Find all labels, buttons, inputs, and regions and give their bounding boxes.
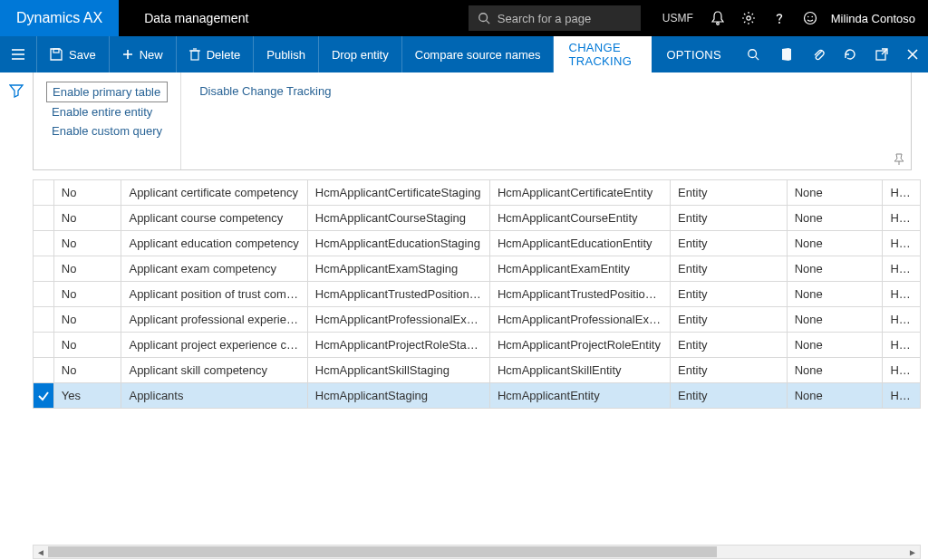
popout-icon[interactable] — [866, 36, 897, 72]
enable-primary-table[interactable]: Enable primary table — [46, 82, 168, 102]
tab-change-tracking[interactable]: CHANGE TRACKING — [554, 36, 652, 72]
cell[interactable]: Entity — [671, 256, 788, 282]
cell[interactable]: HcmApplicantTrustedPositionEn... — [489, 282, 670, 307]
cell[interactable]: Applicant position of trust comp... — [121, 282, 307, 307]
table-row[interactable]: NoApplicant skill competencyHcmApplicant… — [34, 358, 921, 383]
table-row[interactable]: NoApplicant professional experien...HcmA… — [34, 307, 921, 333]
close-icon[interactable] — [897, 36, 928, 72]
horizontal-scrollbar[interactable]: ◄ ► — [33, 545, 921, 559]
cell[interactable]: Hcm — [883, 282, 921, 307]
cell[interactable]: Applicant education competency — [121, 231, 307, 256]
row-selector[interactable] — [34, 256, 54, 282]
cell[interactable]: HcmApplicantProjectRoleStaging — [307, 333, 489, 358]
table-row[interactable]: NoApplicant exam competencyHcmApplicantE… — [34, 256, 921, 282]
cell[interactable]: Hcm — [883, 333, 921, 358]
gear-icon[interactable] — [733, 0, 764, 36]
cell[interactable]: Entity — [671, 231, 788, 256]
row-selector[interactable] — [34, 206, 54, 231]
cell[interactable]: Applicant skill competency — [121, 358, 307, 383]
table-row[interactable]: NoApplicant certificate competencyHcmApp… — [34, 180, 921, 206]
user-name[interactable]: Milinda Contoso — [826, 12, 928, 25]
pin-icon[interactable] — [893, 153, 905, 166]
compare-button[interactable]: Compare source names — [402, 36, 555, 72]
office-icon[interactable] — [770, 36, 803, 72]
cell[interactable]: HcmApplicantCertificateStaging — [307, 180, 489, 206]
cell[interactable]: No — [53, 307, 121, 333]
cell[interactable]: Applicant project experience co... — [121, 333, 307, 358]
cell[interactable]: Hcm — [883, 231, 921, 256]
smiley-icon[interactable] — [795, 0, 826, 36]
cell[interactable]: None — [787, 206, 883, 231]
cell[interactable]: No — [53, 231, 121, 256]
table-row[interactable]: NoApplicant project experience co...HcmA… — [34, 333, 921, 358]
enable-custom-query[interactable]: Enable custom query — [46, 121, 168, 140]
row-selector[interactable] — [34, 333, 54, 358]
enable-entire-entity[interactable]: Enable entire entity — [46, 102, 168, 121]
cell[interactable]: Entity — [671, 282, 788, 307]
cell[interactable]: Entity — [671, 180, 788, 206]
row-selector[interactable] — [34, 180, 54, 206]
cell[interactable]: None — [787, 256, 883, 282]
cell[interactable]: Hcm — [883, 206, 921, 231]
cell[interactable]: Applicant exam competency — [121, 256, 307, 282]
cell[interactable]: HcmApplicantCertificateEntity — [489, 180, 670, 206]
cell[interactable]: None — [787, 282, 883, 307]
cell[interactable]: Hcm — [883, 358, 921, 383]
scroll-left-icon[interactable]: ◄ — [34, 546, 48, 558]
cell[interactable]: Entity — [671, 358, 788, 383]
cell[interactable]: Yes — [53, 383, 121, 409]
table-row[interactable]: NoApplicant position of trust comp...Hcm… — [34, 282, 921, 307]
cell[interactable]: None — [787, 180, 883, 206]
cell[interactable]: Hcm — [883, 256, 921, 282]
table-row[interactable]: NoApplicant education competencyHcmAppli… — [34, 231, 921, 256]
cell[interactable]: HcmApplicantProfessionalExperi... — [307, 307, 489, 333]
new-button[interactable]: New — [110, 36, 177, 72]
cell[interactable]: Entity — [671, 333, 788, 358]
hamburger-icon[interactable] — [0, 36, 37, 72]
row-selector[interactable] — [34, 231, 54, 256]
cell[interactable]: HcmApplicantEducationEntity — [489, 231, 670, 256]
row-selector[interactable] — [34, 307, 54, 333]
drop-entity-button[interactable]: Drop entity — [319, 36, 402, 72]
cell[interactable]: None — [787, 231, 883, 256]
disable-change-tracking[interactable]: Disable Change Tracking — [194, 82, 336, 101]
filter-icon[interactable] — [9, 83, 24, 98]
cell[interactable]: No — [53, 180, 121, 206]
cell[interactable]: HcmApplicantEducationStaging — [307, 231, 489, 256]
notifications-icon[interactable] — [702, 0, 733, 36]
cell[interactable]: No — [53, 206, 121, 231]
cell[interactable]: No — [53, 282, 121, 307]
tab-options[interactable]: OPTIONS — [652, 36, 736, 72]
cell[interactable]: Entity — [671, 206, 788, 231]
company-badge[interactable]: USMF — [653, 12, 702, 24]
cell[interactable]: Hcm — [883, 383, 921, 409]
cell[interactable]: None — [787, 307, 883, 333]
delete-button[interactable]: Delete — [177, 36, 255, 72]
cell[interactable]: Entity — [671, 307, 788, 333]
cell[interactable]: HcmApplicantEntity — [489, 383, 670, 409]
cell[interactable]: No — [53, 333, 121, 358]
cell[interactable]: Applicant certificate competency — [121, 180, 307, 206]
search-input[interactable]: Search for a page — [469, 5, 641, 31]
cell[interactable]: HcmApplicantExamStaging — [307, 256, 489, 282]
cell[interactable]: HcmApplicantProfessionalExperi... — [489, 307, 670, 333]
help-icon[interactable] — [764, 0, 795, 36]
cell[interactable]: None — [787, 358, 883, 383]
refresh-icon[interactable] — [834, 36, 866, 72]
cell[interactable]: HcmApplicantCourseEntity — [489, 206, 670, 231]
cell[interactable]: HcmApplicantProjectRoleEntity — [489, 333, 670, 358]
brand-logo[interactable]: Dynamics AX — [0, 0, 119, 36]
publish-button[interactable]: Publish — [254, 36, 319, 72]
cell[interactable]: Hcm — [883, 307, 921, 333]
row-selector[interactable] — [34, 282, 54, 307]
cell[interactable]: Entity — [671, 383, 788, 409]
cell[interactable]: No — [53, 256, 121, 282]
cell[interactable]: Applicant professional experien... — [121, 307, 307, 333]
cell[interactable]: HcmApplicantSkillStaging — [307, 358, 489, 383]
row-selector[interactable] — [34, 358, 54, 383]
table-row[interactable]: YesApplicantsHcmApplicantStagingHcmAppli… — [34, 383, 921, 409]
cell[interactable]: None — [787, 333, 883, 358]
cell[interactable]: None — [787, 383, 883, 409]
cell[interactable]: HcmApplicantStaging — [307, 383, 489, 409]
scroll-right-icon[interactable]: ► — [905, 546, 920, 558]
